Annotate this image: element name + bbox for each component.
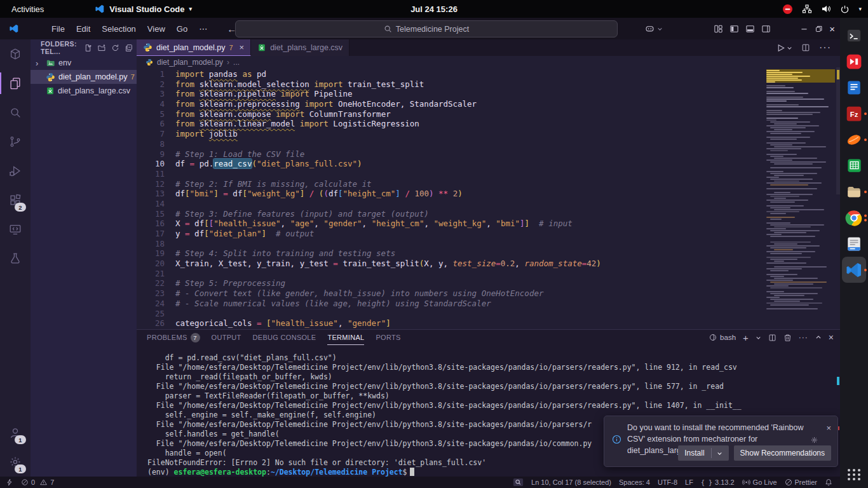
status-utf-8[interactable]: UTF-8 [654,477,681,488]
refresh-icon[interactable] [111,44,119,52]
activity-item-run-debug[interactable] [0,156,31,186]
dock-item-media-player[interactable] [842,126,866,152]
dock-item-file-manager[interactable] [842,179,866,205]
dock-item-documents[interactable] [842,74,866,100]
split-terminal-icon[interactable] [768,334,776,342]
show-recommendations-button[interactable]: Show Recommendations [734,445,831,461]
panel-tab-problems[interactable]: PROBLEMS7 [147,330,200,345]
line-content: # - Scale numerical values (like age, he… [175,299,491,309]
status-spaces-4[interactable]: Spaces: 4 [615,477,654,488]
terminal-line: File "/home/esfera/Desktop/Telemedicine … [147,382,834,391]
folders-section-header[interactable]: FOLDERS: TEL... [41,40,84,55]
install-button[interactable]: Install [678,445,728,461]
window-close-button[interactable]: × [829,24,835,34]
maximize-panel-icon[interactable] [815,334,822,341]
status-lf[interactable]: LF [681,477,697,488]
menu-item-selection[interactable]: Selection [96,22,141,36]
activity-item-source-control[interactable] [0,127,31,156]
window-restore-button[interactable] [815,25,823,33]
dock-item-spreadsheet[interactable] [842,152,866,179]
chevron-down-icon[interactable]: ▾ [858,6,862,12]
editor-line: 4from sklearn.preprocessing import OneHo… [137,99,765,109]
toggle-panel-icon[interactable] [745,24,755,34]
dock-item-filezilla[interactable]: Fz [842,100,866,126]
status-prettier[interactable]: Prettier [781,477,821,488]
new-folder-icon[interactable] [97,44,106,52]
terminal-line: parser = TextFileReader(filepath_or_buff… [147,391,834,401]
tab-close-icon[interactable]: × [240,43,245,52]
power-icon[interactable] [840,4,850,14]
dock-item-chrome[interactable] [842,205,866,231]
terminal-prompt: ○(env) esfera@esfera-desktop:~/Desktop/T… [147,468,834,477]
editor-line: 17y = df["diet_plan"] # output [137,229,765,239]
customize-layout-icon[interactable] [714,24,723,34]
activity-item-extensions[interactable]: 2 [0,186,31,215]
menu-item-file[interactable]: File [46,22,71,36]
clock[interactable]: Jul 24 15:26 [0,4,868,14]
activity-item-explorer[interactable] [0,69,31,98]
activity-item-testing[interactable] [0,244,31,273]
command-center-search[interactable]: Telemedicine Project [235,20,618,37]
minimap[interactable] [766,69,835,327]
copilot-icon[interactable] [644,24,663,34]
panel-tab-terminal[interactable]: TERMINAL [327,330,364,345]
do-not-disturb-icon[interactable] [782,4,793,15]
close-panel-icon[interactable]: × [829,332,834,342]
terminal-dropdown-icon[interactable] [756,335,761,341]
line-content: from sklearn.preprocessing import OneHot… [175,99,477,109]
new-terminal-icon[interactable]: + [743,332,749,343]
line-number: 24 [137,299,175,309]
status-zoom-box[interactable] [509,477,527,488]
terminal-shell-selector[interactable]: bash [709,334,736,341]
editor-line: 6from sklearn.linear_model import Logist… [137,119,765,129]
editor-tab[interactable]: diet_plan_model.py7× [137,39,251,56]
line-number: 9 [137,149,175,159]
line-number: 25 [137,309,175,319]
panel-tab-output[interactable]: OUTPUT [212,330,241,345]
toggle-secondary-sidebar-icon[interactable] [761,24,771,34]
status-bell[interactable] [821,477,836,488]
activity-item-cube[interactable] [0,39,31,69]
editor-more-actions-icon[interactable]: ··· [819,42,831,53]
toggle-sidebar-icon[interactable] [729,24,739,34]
editor-tab[interactable]: diet_plans_large.csv [251,39,349,56]
breadcrumb[interactable]: diet_plan_model.py › ... [137,56,840,69]
spreadsheet-icon [846,157,863,174]
panel-tab-ports[interactable]: PORTS [376,330,400,345]
activity-item-accounts[interactable]: 1 [0,418,31,447]
menu-item-edit[interactable]: Edit [71,22,96,36]
dock-item-video-app[interactable] [842,48,866,74]
remote-indicator[interactable] [0,477,17,488]
panel-tab-debug-console[interactable]: DEBUG CONSOLE [253,330,316,345]
collapse-folders-icon[interactable] [125,44,133,52]
activity-item-settings[interactable]: 1 [0,447,31,477]
status-go-live[interactable]: Go Live [738,477,781,488]
file-tree-item[interactable]: diet_plan_model.py7 [31,70,137,84]
editor-line: 2from sklearn.model_selection import tra… [137,79,765,90]
status-3-13-2[interactable]: { }3.13.2 [697,477,738,488]
file-tree-item[interactable]: ›env [31,56,137,70]
network-icon[interactable] [802,4,812,14]
window-minimize-button[interactable] [800,25,808,33]
menu-item-more[interactable]: ⋯ [193,22,213,36]
kill-terminal-icon[interactable] [783,334,792,342]
run-python-file-button[interactable] [776,43,792,53]
show-applications-button[interactable] [848,469,861,480]
file-tree-item[interactable]: diet_plans_large.csv [31,84,137,98]
split-editor-icon[interactable] [801,43,810,52]
menu-item-view[interactable]: View [142,22,171,36]
menu-item-go[interactable]: Go [171,22,193,36]
new-file-icon[interactable] [84,44,92,52]
terminal-line: File "/home/esfera/Desktop/Telemedicine … [147,401,834,410]
code-area[interactable]: 1import pandas as pd2from sklearn.model_… [137,69,765,329]
volume-icon[interactable] [821,4,831,14]
activity-item-remote-explorer[interactable] [0,215,31,244]
gnome-top-bar: Activities Visual Studio Code ▾ Jul 24 1… [0,0,868,18]
panel-more-actions-icon[interactable]: ··· [799,333,808,342]
dock-item-vscode[interactable] [842,257,866,283]
dock-item-text-editor[interactable] [842,231,866,257]
status-ln-10-col-17-8-selected-[interactable]: Ln 10, Col 17 (8 selected) [527,477,615,488]
problems-status[interactable]: 0 7 [17,477,58,488]
activity-item-search[interactable] [0,98,31,127]
dock-item-terminal[interactable] [842,22,866,48]
